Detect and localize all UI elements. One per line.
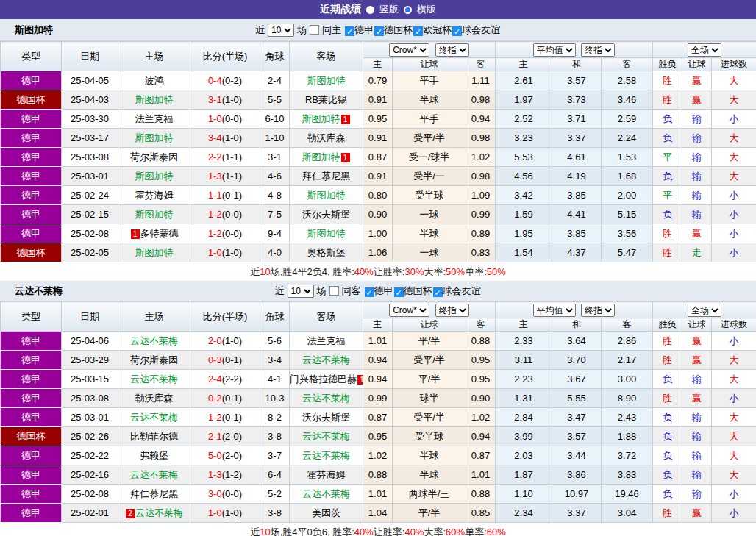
date-cell: 25-04-03: [62, 90, 118, 110]
scope-select[interactable]: 全场: [688, 43, 721, 57]
final-odds-select[interactable]: 终指: [435, 304, 469, 317]
league-checkbox[interactable]: ✓: [433, 287, 443, 297]
league-checkbox[interactable]: ✓: [345, 26, 354, 36]
league-checkbox[interactable]: ✓: [365, 287, 374, 297]
asian-odds-cell: 0.91: [363, 90, 393, 110]
fulltime-score: 2-1: [208, 431, 222, 442]
red-card-badge: 2: [126, 509, 135, 518]
horizontal-layout-radio[interactable]: [404, 6, 412, 14]
same-venue-checkbox[interactable]: [329, 286, 339, 296]
date-cell: 25-03-29: [62, 351, 118, 370]
league-checkbox-label[interactable]: 德国杯: [384, 24, 413, 35]
summary-segment: 场,胜4平0负6, 胜率:: [271, 526, 354, 536]
col-asian-handicap: 让球: [393, 58, 466, 71]
vertical-layout-radio[interactable]: [366, 6, 374, 14]
team-label: 勒沃库森: [135, 393, 174, 404]
fulltime-score: 1-0: [208, 507, 222, 518]
euro-odds-cell: 2.59: [602, 110, 653, 129]
league-type-cell: 德国杯: [1, 243, 62, 262]
scope-select[interactable]: 全场: [688, 304, 721, 317]
league-checkbox[interactable]: ✓: [394, 287, 404, 297]
result-cell: 平: [653, 186, 682, 205]
score-cell: 1-0(1-0): [190, 243, 260, 262]
league-checkbox-label[interactable]: 欧冠杯: [423, 24, 452, 35]
league-checkbox-label[interactable]: 球会友谊: [462, 24, 500, 35]
horizontal-layout-label[interactable]: 横版: [417, 3, 436, 16]
team-label: 奥格斯堡: [307, 247, 346, 258]
col-type: 类型: [1, 302, 62, 332]
final-odds-select-2[interactable]: 终指: [581, 304, 615, 317]
team-label: 美因茨: [312, 507, 340, 518]
league-checkbox[interactable]: ✓: [413, 26, 423, 36]
euro-odds-cell: 1.88: [602, 427, 653, 446]
goals-result-cell: 小: [712, 110, 756, 129]
asian-odds-cell: 平手: [393, 71, 466, 90]
col-corner: 角球: [260, 42, 290, 71]
bookmaker-select[interactable]: Crow*: [389, 43, 429, 57]
average-select[interactable]: 平均值: [533, 304, 576, 317]
asian-odds-cell: 0.98: [466, 129, 496, 148]
home-team-cell: 1多特蒙德: [118, 224, 190, 243]
league-checkbox[interactable]: ✓: [374, 26, 384, 36]
league-checkbox-label[interactable]: 德甲: [374, 285, 393, 296]
league-checkbox-label[interactable]: 德甲: [354, 24, 374, 35]
result-cell: 负: [653, 129, 682, 148]
euro-odds-cell: 2.61: [496, 71, 552, 90]
corner-cell: 3-4: [260, 351, 290, 370]
fulltime-score: 5-0: [208, 450, 222, 461]
score-cell: 1-0(1-0): [190, 504, 260, 523]
result-cell: 胜: [653, 389, 682, 408]
same-venue-checkbox[interactable]: [310, 25, 319, 35]
league-type-cell: 德甲: [1, 389, 62, 408]
result-cell: 胜: [653, 332, 682, 351]
match-row: 德甲25-03-17斯图加特3-4(1-0)1-10勒沃库森0.91受平/半0.…: [1, 129, 756, 148]
asian-odds-group: Crow* 终指: [363, 42, 496, 58]
euro-odds-cell: 3.11: [496, 351, 552, 370]
league-checkbox-label[interactable]: 德国杯: [404, 285, 432, 296]
match-row: 德甲25-02-22弗赖堡5-0(2-0)3-7云达不莱梅1.02半球0.872…: [1, 446, 756, 465]
team-label: 斯图加特: [135, 247, 174, 258]
euro-odds-cell: 3.04: [602, 504, 653, 523]
league-checkbox-label[interactable]: 球会友谊: [443, 285, 481, 296]
fulltime-score: 1-3: [208, 469, 222, 480]
goals-result-cell: 小: [712, 243, 756, 262]
col-result: 胜负: [653, 318, 682, 332]
match-row: 德甲25-02-012云达不莱梅1-0(1-0)3-8美因茨1.04平/半0.8…: [1, 504, 756, 523]
euro-odds-cell: 4.61: [552, 148, 602, 167]
games-count-select[interactable]: 10: [288, 285, 314, 298]
league-type-cell: 德甲: [1, 186, 62, 205]
vertical-layout-label[interactable]: 竖版: [379, 3, 399, 16]
euro-odds-cell: 3.70: [552, 351, 602, 370]
league-checkbox[interactable]: ✓: [452, 26, 462, 36]
asian-odds-cell: 1.02: [363, 446, 393, 465]
games-count-select[interactable]: 10: [268, 24, 294, 37]
euro-odds-cell: 4.56: [496, 167, 552, 186]
asian-odds-cell: 平/半: [393, 332, 466, 351]
halftime-score: (1-2): [222, 469, 242, 480]
away-team-cell: 云达不莱梅: [290, 351, 363, 370]
col-euro-home: 主: [496, 318, 552, 332]
bookmaker-select[interactable]: Crow*: [389, 304, 429, 317]
home-team-cell: 弗赖堡: [118, 446, 190, 465]
corner-cell: 3-7: [260, 446, 290, 465]
date-cell: 25-03-01: [62, 408, 118, 427]
halftime-score: (1-1): [222, 171, 242, 182]
euro-odds-cell: 3.57: [552, 71, 602, 90]
final-odds-select-2[interactable]: 终指: [581, 43, 615, 57]
euro-odds-cell: 2.24: [602, 129, 653, 148]
team-label: 斯图加特: [307, 75, 346, 86]
final-odds-select[interactable]: 终指: [435, 43, 469, 57]
asian-odds-group: Crow* 终指: [363, 302, 496, 318]
same-venue-label[interactable]: 同主: [322, 24, 341, 37]
match-row: 德甲25-03-29荷尔斯泰因0-3(0-1)3-4云达不莱梅0.94受平/半0…: [1, 351, 756, 370]
result-cell: 负: [653, 485, 682, 504]
team-name: 云达不莱梅: [15, 285, 63, 298]
average-select[interactable]: 平均值: [533, 43, 576, 57]
match-row: 德甲25-02-08拜仁慕尼黑3-0(0-0)5-2云达不莱梅1.01两球半/三…: [1, 485, 756, 504]
same-venue-label[interactable]: 同客: [342, 285, 361, 298]
result-group: 全场: [653, 302, 756, 318]
euro-odds-cell: 5.55: [552, 389, 602, 408]
halftime-score: (2-0): [222, 450, 242, 461]
handicap-result-cell: 赢: [682, 71, 712, 90]
euro-odds-cell: 3.64: [552, 332, 602, 351]
